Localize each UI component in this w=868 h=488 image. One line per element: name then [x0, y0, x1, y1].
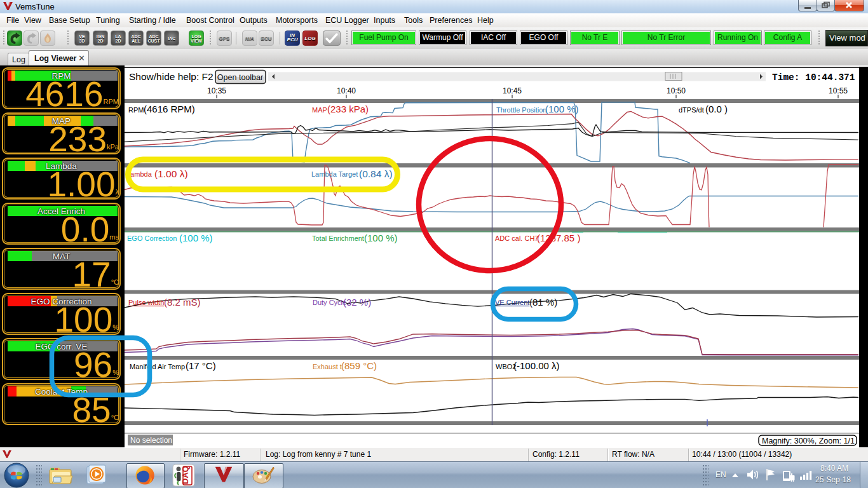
svg-text:Duty Cycle: Duty Cycle [313, 299, 346, 306]
svg-text:Total Enrichment: Total Enrichment [312, 234, 364, 242]
svg-text:10:40: 10:40 [337, 86, 356, 95]
svg-text:(81 %): (81 %) [529, 297, 557, 308]
svg-text:(233 kPa): (233 kPa) [327, 104, 369, 114]
svg-text:(4616 RPM): (4616 RPM) [144, 104, 195, 114]
svg-text:Lambda Target: Lambda Target [311, 170, 358, 178]
svg-text:Open toolbar: Open toolbar [217, 73, 263, 82]
svg-text:DAQ: DAQ [180, 466, 190, 484]
svg-text:(32 %): (32 %) [343, 297, 371, 308]
svg-text:(100 %): (100 %) [179, 233, 213, 243]
svg-text:Throttle Position: Throttle Position [496, 106, 546, 114]
svg-text:Time: 10:44.371: Time: 10:44.371 [772, 72, 855, 83]
svg-text:(0.84 λ): (0.84 λ) [359, 168, 393, 179]
svg-text:EGO Correction: EGO Correction [127, 234, 177, 242]
svg-text:(-100.00 λ): (-100.00 λ) [513, 360, 560, 371]
svg-text:MAP: MAP [312, 106, 327, 114]
svg-text:(100 %): (100 %) [545, 104, 579, 114]
svg-text:Pulse width: Pulse width [128, 299, 164, 306]
svg-text:Manifold Air Temp: Manifold Air Temp [130, 363, 185, 370]
svg-text:10:35: 10:35 [207, 86, 226, 95]
svg-text:No selection: No selection [130, 436, 172, 445]
svg-text:Lambda: Lambda [126, 170, 153, 178]
svg-text:10:50: 10:50 [667, 86, 686, 95]
svg-text:Exhaust t: Exhaust t [313, 363, 342, 370]
svg-text:10:55: 10:55 [829, 86, 848, 95]
svg-text:(8.2 mS): (8.2 mS) [164, 297, 201, 308]
svg-text:VE Current: VE Current [495, 299, 529, 306]
svg-text:dTPS/dt: dTPS/dt [679, 106, 704, 114]
svg-text:Magnify: 300%, Zoom: 1/1: Magnify: 300%, Zoom: 1/1 [762, 437, 855, 445]
svg-text:10:45: 10:45 [503, 86, 522, 95]
svg-text:(17 °C): (17 °C) [186, 360, 216, 371]
svg-text:(1.00 λ): (1.00 λ) [154, 168, 188, 179]
svg-text:Show/hide help: F2: Show/hide help: F2 [129, 71, 214, 82]
svg-text:(0.0 ): (0.0 ) [705, 104, 728, 114]
svg-text:(859 °C): (859 °C) [341, 360, 377, 371]
svg-text:ADC cal. CH7: ADC cal. CH7 [495, 234, 538, 242]
svg-text:RPM: RPM [128, 106, 144, 114]
svg-text:(100 %): (100 %) [364, 233, 398, 243]
svg-text:(1287.85 ): (1287.85 ) [537, 233, 580, 243]
